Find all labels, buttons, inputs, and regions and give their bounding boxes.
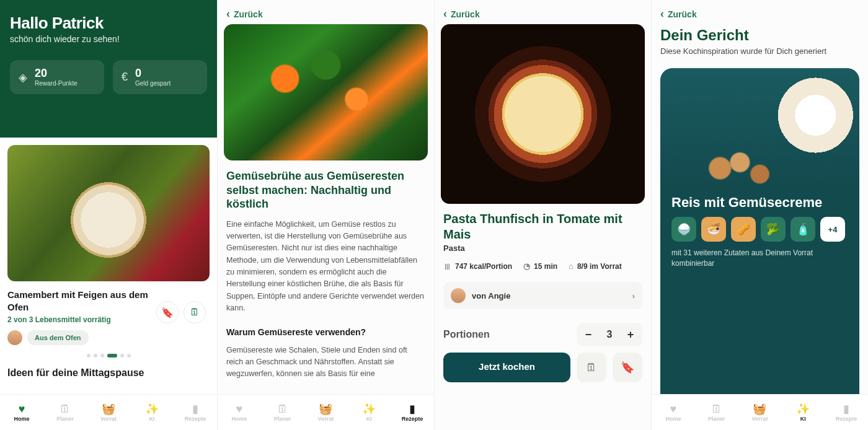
meta-kcal: ⫼ 747 kcal/Portion [443,261,512,271]
stock-value: 8/9 im Vorrat [577,262,622,271]
ki-recipe-image [660,68,859,186]
ingredient-rice-icon: 🍚 [671,217,696,242]
calendar-icon: 🗓 [711,403,722,415]
nav-planer[interactable]: 🗓 Planer [43,395,87,430]
money-saved-value: 0 [135,68,170,79]
cook-now-button[interactable]: Jetzt kochen [443,353,570,382]
nav-rezepte[interactable]: ▮ Rezepte [174,395,217,430]
bottom-nav: ♥ Home 🗓 Planer 🧺 Vorrat ✨ KI ▮ Rezepte [218,394,434,430]
bookmark-button[interactable]: 🔖 [613,353,642,382]
sparkles-icon: ✨ [145,403,159,415]
portions-row: Portionen − 3 + [435,309,651,353]
nav-planer[interactable]: 🗓 Planer [261,395,304,430]
nav-label: Planer [56,416,74,422]
dot-active[interactable] [107,354,117,358]
stepper-plus[interactable]: + [619,323,642,346]
calendar-plus-icon: 🗓 [190,307,200,318]
nav-home[interactable]: ♥ Home [652,395,695,430]
dot[interactable] [127,354,131,358]
article-body: Gemüsebrühe aus Gemüseresten selbst mach… [218,160,434,380]
time-value: 15 min [534,262,557,271]
dot[interactable] [87,354,91,358]
calendar-icon: 🗓 [277,403,288,415]
back-button[interactable]: ‹ Zurück [435,0,651,24]
ingredient-note: mit 31 weiteren Zutaten aus Deinem Vorra… [660,242,859,269]
back-button[interactable]: ‹ Zurück [218,0,434,24]
meta-time: ◔ 15 min [523,261,557,271]
nav-label: Rezepte [402,416,423,422]
ingredient-beans-icon: 🥜 [731,217,756,242]
home-sheet: Plane deine Woche Camembert mit Feigen a… [0,115,217,430]
author-row[interactable]: von Angie › [443,282,642,309]
ingredient-badges: 🍚 🍜 🥜 🥦 🧴 +4 [660,217,859,242]
nav-rezepte[interactable]: ▮ Rezepte [825,395,868,430]
back-button[interactable]: ‹ Zurück [652,0,868,24]
nav-rezepte[interactable]: ▮ Rezepte [391,395,434,430]
back-label: Zurück [668,9,697,19]
home-hero: Hallo Patrick schön dich wieder zu sehen… [0,0,217,138]
ki-header: Dein Gericht Diese Kochinspiration wurde… [652,24,868,62]
dot[interactable] [100,354,104,358]
recipe-title: Pasta Thunfisch in Tomate mit Mais [435,204,651,244]
screen-recipe-detail: ‹ Zurück Pasta Thunfisch in Tomate mit M… [434,0,651,430]
basket-icon: 🧺 [319,403,332,415]
screen-article: ‹ Zurück Gemüsebrühe aus Gemüseresten se… [217,0,434,430]
nav-label: Home [14,416,29,422]
meta-stock: ⌂ 8/9 im Vorrat [569,261,622,271]
bookmark-icon: 🔖 [161,307,174,318]
nav-vorrat[interactable]: 🧺 Vorrat [738,395,782,430]
stepper-minus[interactable]: − [577,323,600,346]
book-icon: ▮ [843,403,849,415]
dot[interactable] [94,354,97,358]
kcal-value: 747 kcal/Portion [455,262,512,271]
nav-label: Home [231,416,247,422]
author-text: von Angie [472,291,510,301]
nav-home[interactable]: ♥ Home [0,395,43,430]
ki-title: Dein Gericht [660,27,859,44]
nav-home[interactable]: ♥ Home [218,395,261,430]
add-to-planner-button[interactable]: 🗓 [577,353,606,382]
nav-planer[interactable]: 🗓 Planer [695,395,738,430]
nav-ki[interactable]: ✨ KI [347,395,391,430]
dot[interactable] [120,354,124,358]
add-to-planner-button[interactable]: 🗓 [184,301,206,323]
chevron-left-icon: ‹ [443,7,447,20]
author-avatar [451,288,466,303]
nav-label: Planer [274,416,291,422]
house-icon: ⌂ [569,261,574,271]
screen-home: Hallo Patrick schön dich wieder zu sehen… [0,0,217,430]
sparkles-icon: ✨ [362,403,376,415]
bookmark-button[interactable]: 🔖 [156,301,179,323]
nav-label: Rezepte [836,416,857,422]
nav-vorrat[interactable]: 🧺 Vorrat [87,395,130,430]
bar-chart-icon: ⫼ [443,261,451,271]
reward-points-value: 20 [35,68,78,79]
recipe-tag[interactable]: Aus dem Ofen [27,330,89,345]
nav-ki[interactable]: ✨ KI [781,395,825,430]
nav-vorrat[interactable]: 🧺 Vorrat [304,395,348,430]
reward-points-card[interactable]: ◈ 20 Reward-Punkte [10,60,104,94]
ki-recipe-card[interactable]: Reis mit Gemüsecreme 🍚 🍜 🥜 🥦 🧴 +4 mit 31… [660,68,859,430]
nav-label: KI [149,416,155,422]
book-icon: ▮ [409,403,415,415]
article-intro: Eine einfache Möglichkeit, um Gemüse res… [226,219,425,315]
screen-ki-dish: ‹ Zurück Dein Gericht Diese Kochinspirat… [651,0,868,430]
book-icon: ▮ [192,403,198,415]
article-title: Gemüsebrühe aus Gemüseresten selbst mach… [226,169,425,211]
money-saved-card[interactable]: € 0 Geld gespart [113,60,207,94]
author-avatar[interactable] [7,330,22,345]
article-subheading: Warum Gemüsereste verwenden? [226,327,425,337]
nav-label: Planer [708,416,725,422]
recipe-card-image[interactable] [7,145,210,281]
ingredient-bottle-icon: 🧴 [790,217,815,242]
bookmark-icon: 🔖 [621,361,634,374]
bottom-nav: ♥ Home 🗓 Planer 🧺 Vorrat ✨ KI ▮ Rezepte [652,394,868,430]
recipe-category: Pasta [435,244,651,253]
stats-row: ◈ 20 Reward-Punkte € 0 Geld gespart [10,60,207,94]
ingredient-more-badge[interactable]: +4 [820,217,845,242]
nav-label: KI [366,416,372,422]
section-lunch-ideas: Ideen für deine Mittagspause [7,367,210,379]
nav-label: Home [665,416,681,422]
reward-points-label: Reward-Punkte [35,80,78,87]
nav-ki[interactable]: ✨ KI [130,395,174,430]
